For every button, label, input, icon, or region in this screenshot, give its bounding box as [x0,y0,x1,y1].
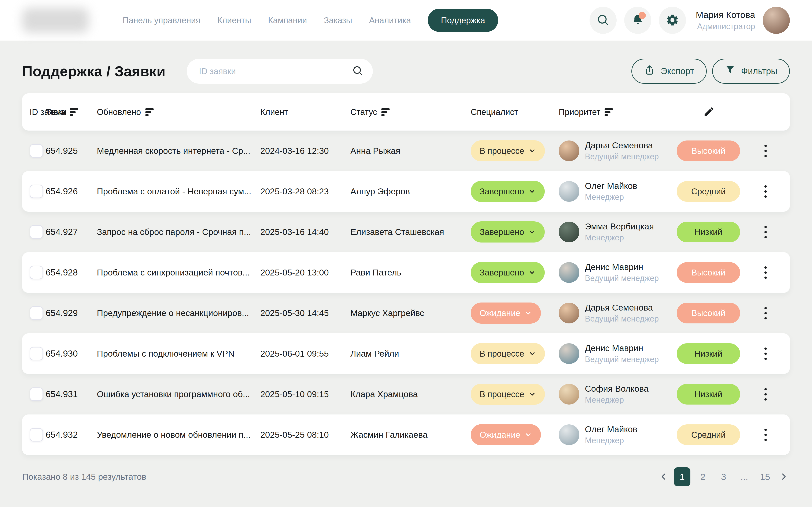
main-nav: Панель управленияКлиентыКампанииЗаказыАн… [123,9,498,32]
row-menu-button[interactable] [761,182,770,201]
pagination-page-3[interactable]: 3 [715,467,732,486]
pagination-page-2[interactable]: 2 [695,467,711,486]
row-checkbox[interactable] [30,266,43,279]
pagination-next-button[interactable] [777,472,790,482]
row-checkbox[interactable] [30,306,43,320]
ticket-search-input[interactable] [199,66,352,76]
sort-icon [381,108,390,116]
top-bar-actions: Мария Котова Администратор [590,7,790,34]
nav-item-campaigns[interactable]: Кампании [268,16,307,25]
chevron-down-icon [528,350,536,357]
filters-button[interactable]: Фильтры [712,59,790,83]
nav-item-analytics[interactable]: Аналитика [369,16,411,25]
priority-badge: Высокий [677,303,740,324]
specialist-role: Менеджер [585,233,654,242]
chevron-down-icon [528,147,536,155]
row-checkbox[interactable] [30,144,43,158]
row-checkbox[interactable] [30,387,43,401]
gear-icon [666,13,679,27]
ticket-client: Алнур Эферов [350,186,471,196]
row-menu-button[interactable] [761,142,770,160]
nav-item-support[interactable]: Поддержка [428,9,498,32]
row-menu-button[interactable] [761,223,770,241]
status-select[interactable]: В процессе [471,140,545,161]
specialist-cell: Денис МавринВедущий менеджер [559,262,677,283]
ticket-id: 654.926 [46,186,97,196]
ticket-client: Елизавета Сташевская [350,227,471,237]
ticket-client: Клара Храмцова [350,389,471,399]
pagination-page-15[interactable]: 15 [757,467,773,486]
ticket-row: 654.927Запрос на сброс пароля - Срочная … [22,212,790,252]
ticket-row: 654.928Проблема с синхронизацией почтов.… [22,252,790,293]
edit-columns-button[interactable] [703,106,715,118]
specialist-cell: Эмма ВербицкаяМенеджер [559,222,677,242]
ticket-subject: Проблема с оплатой - Неверная сум... [97,186,260,196]
ticket-updated: 2025-05-10 09:15 [260,389,350,399]
page-header: Поддержка / Заявки Экспорт Фильтры [22,59,790,83]
priority-badge: Низкий [677,343,740,364]
pagination-page-1[interactable]: 1 [674,467,691,486]
status-select[interactable]: В процессе [471,343,545,364]
row-menu-button[interactable] [761,345,770,363]
row-checkbox[interactable] [30,225,43,239]
chevron-right-icon [779,472,788,482]
ticket-row: 654.925Медленная скорость интернета - Ср… [22,130,790,171]
chevron-down-icon [524,431,532,439]
pagination-prev-button[interactable] [657,472,670,482]
specialist-role: Менеджер [585,395,649,404]
results-summary: Показано 8 из 145 результатов [22,472,146,482]
specialist-role: Ведущий менеджер [585,274,659,283]
column-header[interactable]: Обновлено [97,107,260,117]
status-select[interactable]: Ожидание [471,302,541,324]
status-select[interactable]: Завершено [471,262,545,283]
status-select[interactable]: Завершено [471,221,545,242]
export-button[interactable]: Экспорт [631,59,707,83]
column-header[interactable]: Тема [46,107,97,117]
specialist-cell: Денис МавринВедущий менеджер [559,343,677,364]
nav-item-dashboard[interactable]: Панель управления [123,16,200,25]
specialist-avatar [559,343,579,364]
support-tickets-page: Поддержка / Заявки Экспорт Фильтры ID за… [0,59,812,486]
row-checkbox[interactable] [30,428,43,442]
column-header: ID заявки [30,107,46,117]
ticket-subject: Ошибка установки программного об... [97,389,260,399]
specialist-cell: Олег МайковМенеджер [559,181,677,202]
status-select[interactable]: Ожидание [471,424,541,445]
row-checkbox[interactable] [30,185,43,198]
specialist-avatar [559,181,579,202]
sort-icon [70,108,78,116]
ticket-id: 654.929 [46,308,97,318]
specialist-cell: София ВолковаМенеджер [559,384,677,404]
ticket-subject: Запрос на сброс пароля - Срочная п... [97,227,260,237]
row-menu-button[interactable] [761,264,770,282]
specialist-name: Денис Маврин [585,262,659,272]
specialist-avatar [559,384,579,404]
page-title: Поддержка / Заявки [22,63,165,79]
notifications-button[interactable] [624,7,651,34]
settings-button[interactable] [659,7,686,34]
column-header[interactable]: Приоритет [559,107,677,117]
ticket-row: 654.932Уведомление о новом обновлении п.… [22,414,790,455]
column-header[interactable]: Статус [350,107,471,117]
specialist-name: Дарья Семенова [585,303,659,313]
status-select[interactable]: В процессе [471,384,545,405]
row-menu-button[interactable] [761,304,770,322]
ticket-subject: Уведомление о новом обновлении п... [97,430,260,440]
ticket-updated: 2024-03-16 12:30 [260,146,350,156]
row-menu-button[interactable] [761,385,770,403]
row-menu-button[interactable] [761,426,770,444]
chevron-down-icon [524,309,532,317]
specialist-name: София Волкова [585,384,649,394]
pencil-icon [703,106,715,118]
ticket-updated: 2025-06-01 09:55 [260,349,350,359]
nav-item-orders[interactable]: Заказы [324,16,352,25]
sort-icon [145,108,154,116]
chevron-left-icon [659,472,668,482]
status-select[interactable]: Завершено [471,181,545,202]
nav-item-clients[interactable]: Клиенты [217,16,251,25]
search-button[interactable] [590,7,617,34]
priority-badge: Высокий [677,262,740,283]
row-checkbox[interactable] [30,347,43,360]
user-avatar[interactable] [763,7,790,34]
user-name: Мария Котова [696,10,755,20]
